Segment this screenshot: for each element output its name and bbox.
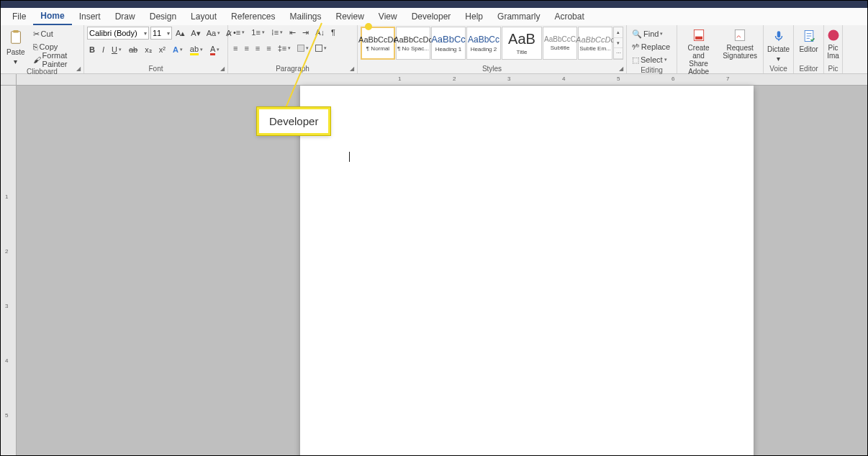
style-preview: AaBbCcDc [358, 35, 397, 44]
grow-font-button[interactable]: A▴ [173, 27, 187, 39]
paste-button[interactable]: Paste ▾ [4, 27, 28, 67]
style-no-spacing[interactable]: AaBbCcDc¶ No Spac... [396, 27, 430, 60]
font-dialog-launcher[interactable]: ◢ [219, 65, 226, 73]
shrink-font-icon: A▾ [191, 29, 200, 38]
superscript-button[interactable]: x² [157, 44, 168, 55]
change-case-button[interactable]: Aa▾ [204, 27, 222, 39]
styles-dialog-launcher[interactable]: ◢ [618, 65, 625, 73]
tab-help[interactable]: Help [458, 9, 490, 24]
tab-draw[interactable]: Draw [108, 9, 143, 24]
align-left-button[interactable]: ≡ [231, 42, 240, 54]
chevron-down-icon: ▾ [660, 31, 663, 37]
underline-button[interactable]: U▾ [109, 44, 124, 55]
align-center-button[interactable]: ≡ [242, 42, 250, 54]
shrink-font-button[interactable]: A▾ [189, 27, 202, 39]
tab-review[interactable]: Review [329, 9, 371, 24]
style-heading2[interactable]: AaBbCcHeading 2 [466, 27, 501, 60]
svg-rect-3 [695, 37, 702, 40]
editor-button[interactable]: Editor [796, 27, 820, 55]
tab-acrobat[interactable]: Acrobat [547, 9, 591, 24]
highlight-button[interactable]: ab▾ [188, 44, 205, 55]
styles-more-button[interactable]: ▴▾⋯ [613, 27, 623, 60]
numbering-icon: 1≡ [251, 28, 261, 37]
tab-view[interactable]: View [371, 9, 404, 24]
borders-button[interactable]: ▾ [313, 42, 329, 54]
clipboard-dialog-launcher[interactable]: ◢ [75, 65, 82, 73]
cut-button[interactable]: ✂Cut [31, 28, 81, 40]
callout-dot [365, 23, 372, 30]
paste-label: Paste [6, 48, 25, 56]
ruler-mark: 4 [5, 357, 8, 364]
ruler-corner [1, 74, 17, 86]
chevron-down-icon: ▾ [119, 47, 122, 53]
ruler-mark: 4 [562, 76, 565, 82]
increase-indent-icon: ⇥ [302, 28, 309, 37]
show-marks-button[interactable]: ¶ [329, 27, 338, 38]
style-normal[interactable]: AaBbCcDc¶ Normal [361, 27, 395, 60]
dictate-button[interactable]: Dictate ▾ [764, 27, 792, 64]
italic-button[interactable]: I [100, 44, 107, 55]
align-left-icon: ≡ [233, 44, 238, 53]
tab-grammarly[interactable]: Grammarly [490, 9, 547, 24]
tab-layout[interactable]: Layout [184, 9, 224, 24]
decrease-indent-button[interactable]: ⇤ [287, 27, 298, 38]
tab-home[interactable]: Home [33, 8, 71, 25]
group-font: Calibri (Body)▾ 11▾ A▴ A▾ Aa▾ A̷ B I U▾ … [84, 25, 228, 73]
chevron-down-icon: ▾ [614, 38, 623, 49]
format-painter-button[interactable]: 🖌Format Painter [31, 54, 81, 65]
replace-label: Replace [641, 42, 670, 51]
svg-point-7 [828, 30, 838, 41]
picture-label: Pic Ima [827, 44, 839, 60]
group-styles: AaBbCcDc¶ Normal AaBbCcDc¶ No Spac... Aa… [358, 25, 627, 73]
ruler-mark: 3 [507, 76, 510, 82]
grow-font-icon: A▴ [176, 29, 185, 38]
text-effects-button[interactable]: A▾ [171, 44, 185, 55]
tab-developer[interactable]: Developer [404, 9, 458, 24]
select-button[interactable]: ⬚Select▾ [630, 54, 669, 65]
bold-button[interactable]: B [87, 44, 97, 55]
tab-design[interactable]: Design [143, 9, 184, 24]
paragraph-dialog-launcher[interactable]: ◢ [348, 65, 356, 73]
tab-insert[interactable]: Insert [72, 9, 108, 24]
highlight-icon: ab [190, 45, 199, 55]
style-subtle-emphasis[interactable]: AaBbCcDcSubtle Em... [578, 27, 612, 60]
cursor-icon: ⬚ [632, 55, 639, 65]
style-heading1[interactable]: AaBbCcHeading 1 [431, 27, 466, 60]
picture-icon [826, 28, 841, 42]
style-preview: AaBbCcDc [394, 35, 433, 44]
ruler-mark: 6 [672, 76, 674, 82]
ruler-mark: 2 [5, 248, 8, 255]
ruler-horizontal[interactable]: 1 2 3 4 5 6 7 [17, 74, 867, 86]
justify-button[interactable]: ≡ [264, 42, 273, 54]
numbering-button[interactable]: 1≡▾ [249, 27, 267, 38]
subscript-button[interactable]: x₂ [143, 44, 154, 55]
font-size-select[interactable]: 11▾ [150, 27, 172, 40]
picture-button[interactable]: Pic Ima [824, 27, 843, 61]
replace-button[interactable]: ᵃ⁄ᵇReplace [630, 41, 672, 53]
group-editor: Editor Editor [794, 25, 824, 73]
style-title[interactable]: AaBTitle [502, 27, 542, 60]
more-icon: ⋯ [614, 48, 623, 59]
tab-file[interactable]: File [5, 9, 33, 24]
bold-icon: B [89, 45, 95, 54]
style-subtitle[interactable]: AaBbCcCSubtitle [543, 27, 577, 60]
tab-references[interactable]: References [224, 9, 282, 24]
strikethrough-button[interactable]: ab [127, 44, 140, 55]
align-right-button[interactable]: ≡ [253, 42, 262, 54]
line-spacing-button[interactable]: ‡≡▾ [276, 42, 294, 54]
tab-mailings[interactable]: Mailings [282, 9, 328, 24]
style-preview: AaBbCc [468, 35, 499, 45]
ruler-mark: 5 [617, 76, 620, 82]
find-button[interactable]: 🔍Find▾ [630, 28, 665, 40]
bullets-button[interactable]: •≡▾ [231, 27, 247, 38]
style-name: ¶ No Spac... [397, 45, 429, 52]
font-color-button[interactable]: A▾ [208, 44, 222, 55]
ruler-vertical[interactable]: 1 2 3 4 5 6 [1, 86, 17, 455]
increase-indent-button[interactable]: ⇥ [300, 27, 311, 38]
multilevel-list-button[interactable]: ⁞≡▾ [269, 27, 285, 38]
font-name-select[interactable]: Calibri (Body)▾ [87, 27, 149, 40]
style-preview: AaB [508, 31, 535, 47]
document-page[interactable] [300, 86, 754, 456]
request-signatures-button[interactable]: Request Signatures [720, 27, 760, 61]
find-label: Find [643, 29, 659, 38]
